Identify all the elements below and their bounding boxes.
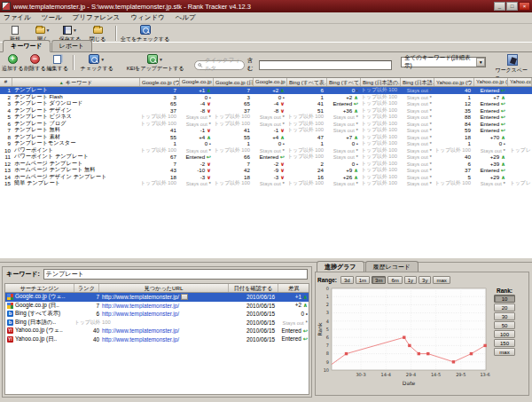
column-header[interactable]: サーチエンジン (5, 284, 74, 292)
column-header[interactable]: Google.co.jp (日.. (214, 78, 254, 86)
diff-cell: +2 ∧ (327, 94, 361, 100)
diff-cell: +7 ∧ (474, 94, 508, 100)
diff-cell: Entered ↩ (254, 154, 287, 160)
browse-url-button[interactable]: … (181, 294, 188, 300)
diff-cell: Stays out * (327, 147, 361, 154)
column-header[interactable]: ランク (74, 284, 99, 292)
edit-keyword-button[interactable]: 編集する (47, 54, 68, 73)
column-header[interactable]: Bing (日本語.. (401, 78, 434, 86)
diff-cell: +4 ∧ (254, 134, 287, 140)
range-button-3d[interactable]: 3d (340, 276, 354, 284)
maximize-button[interactable]: □ (506, 2, 518, 11)
diff-cell: +39 ∧ (474, 161, 508, 167)
column-header[interactable]: Google.co.jp (ウ.. (140, 78, 180, 86)
rank-cell: 6 (287, 87, 327, 93)
column-header[interactable]: Google.co.jp .. (180, 78, 214, 86)
diff-cell: 0 • (180, 140, 214, 146)
column-header[interactable]: ▲キーワード (12, 78, 140, 86)
column-header[interactable]: 日付を確認する (229, 284, 278, 292)
rank-scale-selector: Rank: 10203050100150max (491, 286, 518, 394)
check-all-button[interactable]: 全てをチェックする (121, 25, 169, 43)
menu-file[interactable]: ファイル (4, 13, 31, 22)
contains-label: 含む (247, 57, 256, 73)
column-header[interactable]: Bing (日本語の.. (361, 78, 401, 86)
keyword-field-input[interactable] (43, 269, 308, 280)
quick-filter-input[interactable] (259, 60, 392, 70)
rank-button-30[interactable]: 30 (494, 312, 515, 320)
up-trend-icon: ∧ (352, 107, 358, 114)
svg-text:29-5: 29-5 (456, 372, 466, 377)
column-header[interactable]: 差異 (278, 284, 309, 292)
check-ranks-button[interactable]: ▼ チェックする (78, 54, 116, 73)
row-number: 10 (0, 147, 12, 154)
add-keyword-button[interactable]: + 追加する (2, 54, 23, 73)
column-header[interactable]: Yahoo.co.jp (ウェ.. (434, 78, 474, 86)
same-trend-icon: • (304, 311, 308, 317)
minimize-button[interactable]: _ (494, 2, 505, 11)
rank-button-10[interactable]: 10 (494, 295, 515, 303)
engine-result-row[interactable]: bBing (日本語の..トップ以外 1002010/06/15Stays ou… (5, 319, 309, 327)
svg-text:29-4: 29-4 (406, 372, 416, 377)
tab-keywords[interactable]: キーワード (3, 40, 51, 52)
found-url-link[interactable]: http://www.templatemonster.jp/ (102, 303, 179, 309)
tab-reports[interactable]: レポート (51, 40, 93, 51)
column-header[interactable]: Yahoo.co.jp (.. (474, 78, 508, 86)
column-header[interactable]: Bing (すべて表.. (287, 78, 327, 86)
menu-window[interactable]: ウィンドウ (130, 13, 164, 22)
bing-icon: b (7, 311, 13, 317)
save-dropdown-icon[interactable]: ▼ (73, 28, 77, 33)
down-trend-icon: ∨ (205, 167, 211, 173)
range-button-3y[interactable]: 3y (419, 276, 431, 284)
found-url-link[interactable]: http://www.templatemonster.jp/ (102, 336, 179, 343)
diff-cell: Entered ↩ (474, 100, 508, 106)
column-header[interactable]: # (0, 78, 12, 86)
row-number: 6 (0, 121, 12, 127)
update-kei-button[interactable]: ▼ KEIをアップデートする (124, 54, 187, 73)
column-header[interactable]: Yahoo.co.. (508, 78, 532, 86)
rank-button-100[interactable]: 100 (494, 330, 515, 338)
quick-filter-button[interactable]: クイックフィルタ (194, 60, 244, 70)
check-ranks-dropdown-icon[interactable]: ▼ (100, 57, 105, 62)
rank-cell: 6 (74, 311, 99, 317)
engine-result-row[interactable]: Y!Yahoo.co.jp (日..40http://www.templatem… (5, 335, 309, 344)
diff-cell: +9 ∧ (327, 167, 361, 173)
found-url-link[interactable]: http://www.templatemonster.jp/ (102, 294, 179, 300)
rank-button-50[interactable]: 50 (494, 321, 515, 329)
search-icon (198, 62, 202, 68)
rank-button-20[interactable]: 20 (494, 303, 515, 311)
keyword-view-dropdown[interactable]: 全てのキーワード(詳細表示) ▼ (401, 57, 486, 67)
keyword-detail-panel: キーワード: サーチエンジンランク見つかったURL日付を確認する差異 Googl… (2, 266, 312, 398)
rank-button-150[interactable]: 150 (494, 339, 515, 347)
engine-result-row[interactable]: Y!Yahoo.co.jp (ウェ..40http://www.template… (5, 327, 309, 335)
close-button[interactable]: × (519, 2, 530, 11)
range-button-6m[interactable]: 6m (387, 276, 402, 284)
up-trend-icon: ∧ (278, 87, 285, 93)
google-icon (7, 303, 13, 309)
range-button-1m[interactable]: 1m (356, 276, 370, 284)
diff-cell: Stays out * (254, 121, 287, 127)
found-url-link[interactable]: http://www.templatemonster.jp/ (102, 327, 179, 334)
engine-result-row[interactable]: Google.co.jp (日..7http://www.templatemon… (5, 302, 309, 311)
engine-result-row[interactable]: bBing (すべて表示)6http://www.templatemonster… (5, 310, 309, 319)
column-header[interactable]: Google.co.jp .. (254, 78, 287, 86)
found-url-link[interactable]: http://www.templatemonster.jp/ (102, 311, 179, 317)
diff-cell: Entered ↩ (180, 154, 214, 160)
open-dropdown-icon[interactable]: ▼ (46, 28, 51, 33)
menu-preferences[interactable]: プリファレンス (73, 13, 121, 22)
stays-trend-icon: * (355, 180, 358, 186)
delete-keyword-button[interactable]: − 削除する (24, 54, 45, 73)
engine-result-row[interactable]: Google.co.jp (ウェ..7http://www.templatemo… (5, 293, 309, 302)
menu-tools[interactable]: ツール (42, 13, 62, 22)
engine-results-header: サーチエンジンランク見つかったURL日付を確認する差異 (5, 284, 309, 293)
update-kei-dropdown-icon[interactable]: ▼ (159, 57, 163, 62)
range-button-1y[interactable]: 1y (404, 276, 417, 284)
column-header[interactable]: Bing (すべて.. (327, 78, 361, 86)
menu-help[interactable]: ヘルプ (176, 13, 196, 22)
rank-cell: 1 (434, 94, 474, 100)
range-button-3m[interactable]: 3m (372, 276, 386, 284)
rank-button-max[interactable]: max (494, 348, 515, 356)
keyword-row[interactable]: 15簡単 テンプレートトップ以外 100Stays out *トップ以外 100… (0, 180, 532, 187)
range-button-max[interactable]: max (433, 276, 450, 284)
column-header[interactable]: 見つかったURL (99, 284, 229, 292)
diff-cell: Stays out * (327, 180, 361, 186)
